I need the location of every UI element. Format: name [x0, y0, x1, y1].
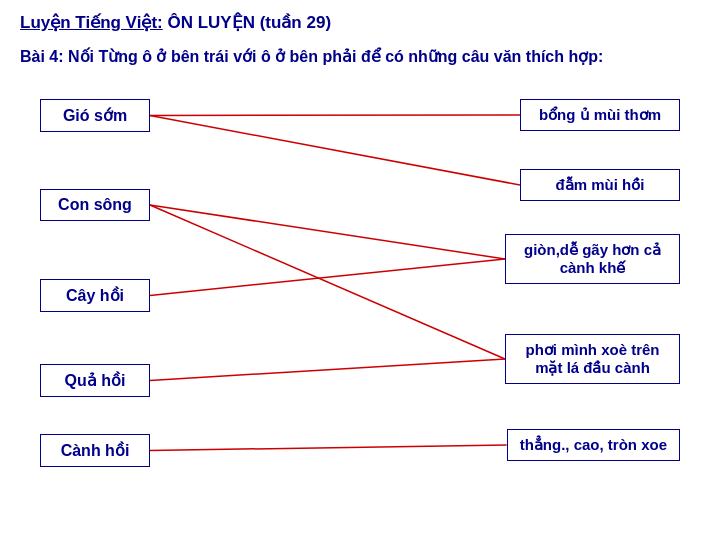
svg-line-6	[150, 445, 507, 451]
svg-line-1	[150, 116, 520, 186]
svg-line-5	[150, 359, 505, 381]
right-item-dam-mui-hoi: đẫm mùi hồi	[520, 169, 680, 201]
matching-exercise: Gió sớmCon sôngCây hồiQuả hồiCành hồibổn…	[20, 79, 700, 459]
right-item-thang-cao-tron: thẳng., cao, tròn xoe	[507, 429, 680, 461]
svg-line-4	[150, 259, 505, 296]
left-item-con-song: Con sông	[40, 189, 150, 221]
left-item-cay-hoi: Cây hồi	[40, 279, 150, 312]
svg-line-2	[150, 205, 505, 259]
left-item-gio-som: Gió sớm	[40, 99, 150, 132]
left-item-qua-hoi: Quả hồi	[40, 364, 150, 397]
right-item-bong-u-mui-thom: bổng ủ mùi thơm	[520, 99, 680, 131]
right-item-gion-de-gay: giòn,dễ gãy hơn cả cành khế	[505, 234, 680, 284]
svg-line-3	[150, 205, 505, 359]
subject-label: Luyện Tiếng Việt:	[20, 13, 163, 32]
right-item-phoi-minh-xoe: phơi mình xoè trên mặt lá đầu cành	[505, 334, 680, 384]
header: Luyện Tiếng Việt: ÔN LUYỆN (tuần 29)	[0, 0, 720, 39]
subtitle: Bài 4: Nối Từng ô ở bên trái với ô ở bên…	[0, 39, 720, 79]
lesson-title: ÔN LUYỆN (tuần 29)	[167, 13, 331, 32]
svg-line-0	[150, 115, 520, 116]
left-item-canh-hoi: Cành hồi	[40, 434, 150, 467]
